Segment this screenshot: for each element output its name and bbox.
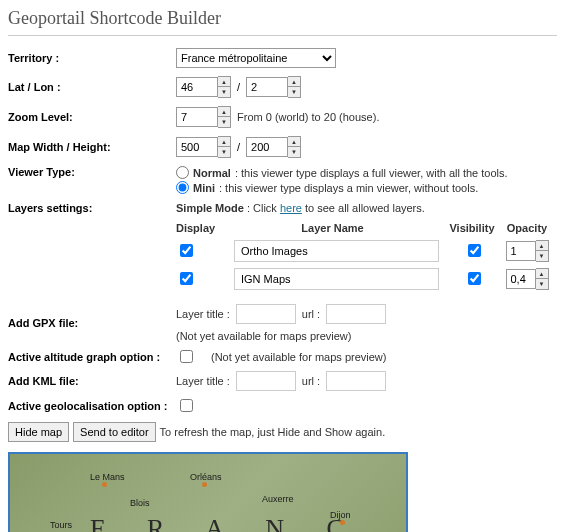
city-label: Orléans xyxy=(190,472,222,482)
addgpx-label: Add GPX file: xyxy=(8,317,176,329)
lat-up[interactable]: ▲ xyxy=(218,77,230,87)
layer-visibility-checkbox[interactable] xyxy=(468,244,481,257)
addkml-label: Add KML file: xyxy=(8,375,176,387)
lon-up[interactable]: ▲ xyxy=(288,77,300,87)
viewer-normal-radio[interactable] xyxy=(176,166,189,179)
col-layername: Layer Name xyxy=(218,222,447,234)
city-dot xyxy=(102,482,107,487)
zoom-label: Zoom Level: xyxy=(8,111,176,123)
latlon-label: Lat / Lon : xyxy=(8,81,176,93)
slash2: / xyxy=(237,141,240,153)
viewer-label: Viewer Type: xyxy=(8,166,176,178)
city-label: Auxerre xyxy=(262,494,294,504)
layer-name-input[interactable] xyxy=(234,268,439,290)
viewer-mini-label: Mini xyxy=(193,182,215,194)
page-title: Geoportail Shortcode Builder xyxy=(8,8,557,36)
op-down[interactable]: ▼ xyxy=(536,251,548,261)
city-label: Tours xyxy=(50,520,72,530)
zoom-hint: From 0 (world) to 20 (house). xyxy=(237,111,379,123)
lat-input[interactable] xyxy=(176,77,218,97)
op-up[interactable]: ▲ xyxy=(536,241,548,251)
city-dot xyxy=(202,482,207,487)
mapwh-label: Map Width / Height: xyxy=(8,141,176,153)
zoom-down[interactable]: ▼ xyxy=(218,117,230,127)
col-display: Display xyxy=(176,222,218,234)
geoloc-checkbox[interactable] xyxy=(180,399,193,412)
layer-opacity-input[interactable] xyxy=(506,241,536,261)
viewer-normal-label: Normal xyxy=(193,167,231,179)
lon-input[interactable] xyxy=(246,77,288,97)
layer-opacity-input[interactable] xyxy=(506,269,536,289)
layer-row: ▲▼ xyxy=(176,240,557,262)
layer-visibility-checkbox[interactable] xyxy=(468,272,481,285)
lat-down[interactable]: ▼ xyxy=(218,87,230,97)
city-label: Dijon xyxy=(330,510,351,520)
territory-label: Territory : xyxy=(8,52,176,64)
hide-map-button[interactable]: Hide map xyxy=(8,422,69,442)
map-country-label: F R A N C E xyxy=(90,514,406,532)
zoom-input[interactable] xyxy=(176,107,218,127)
gpx-title-label: Layer title : xyxy=(176,308,230,320)
map-preview[interactable]: F R A N C E Le Mans Orléans Auxerre Bloi… xyxy=(8,452,408,532)
width-down[interactable]: ▼ xyxy=(218,147,230,157)
kml-url-label: url : xyxy=(302,375,320,387)
kml-url-input[interactable] xyxy=(326,371,386,391)
height-up[interactable]: ▲ xyxy=(288,137,300,147)
simple-mode-line: Simple Mode : Click here to see all allo… xyxy=(176,202,557,214)
zoom-up[interactable]: ▲ xyxy=(218,107,230,117)
altgraph-checkbox[interactable] xyxy=(180,350,193,363)
height-down[interactable]: ▼ xyxy=(288,147,300,157)
send-editor-button[interactable]: Send to editor xyxy=(73,422,156,442)
geoloc-label: Active geolocalisation option : xyxy=(8,400,176,412)
city-label: Blois xyxy=(130,498,150,508)
op-up[interactable]: ▲ xyxy=(536,269,548,279)
width-up[interactable]: ▲ xyxy=(218,137,230,147)
gpx-url-label: url : xyxy=(302,308,320,320)
height-input[interactable] xyxy=(246,137,288,157)
altgraph-note: (Not yet available for maps preview) xyxy=(211,351,386,363)
lon-down[interactable]: ▼ xyxy=(288,87,300,97)
gpx-note: (Not yet available for maps preview) xyxy=(176,330,351,342)
viewer-mini-radio[interactable] xyxy=(176,181,189,194)
viewer-mini-desc: : this viewer type displays a min viewer… xyxy=(219,182,478,194)
layer-name-input[interactable] xyxy=(234,240,439,262)
layers-label: Layers settings: xyxy=(8,202,176,214)
city-dot xyxy=(340,520,345,525)
kml-title-input[interactable] xyxy=(236,371,296,391)
layer-display-checkbox[interactable] xyxy=(180,272,193,285)
col-visibility: Visibility xyxy=(447,222,497,234)
op-down[interactable]: ▼ xyxy=(536,279,548,289)
viewer-normal-desc: : this viewer type displays a full viewe… xyxy=(235,167,508,179)
altgraph-label: Active altitude graph option : xyxy=(8,351,176,363)
slash: / xyxy=(237,81,240,93)
simple-mode-link[interactable]: here xyxy=(280,202,302,214)
layer-row: ▲▼ xyxy=(176,268,557,290)
gpx-url-input[interactable] xyxy=(326,304,386,324)
gpx-title-input[interactable] xyxy=(236,304,296,324)
layer-display-checkbox[interactable] xyxy=(180,244,193,257)
territory-select[interactable]: France métropolitaine xyxy=(176,48,336,68)
col-opacity: Opacity xyxy=(497,222,557,234)
width-input[interactable] xyxy=(176,137,218,157)
city-label: Le Mans xyxy=(90,472,125,482)
buttons-note: To refresh the map, just Hide and Show a… xyxy=(160,426,386,438)
kml-title-label: Layer title : xyxy=(176,375,230,387)
